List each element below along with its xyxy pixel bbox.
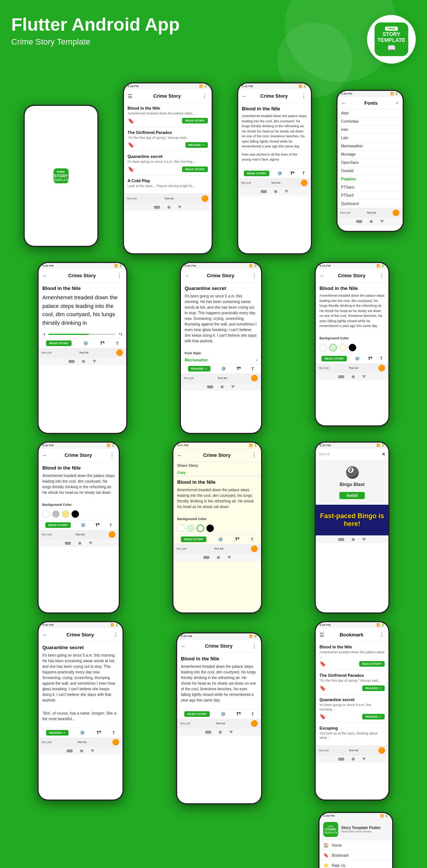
font-size-plus[interactable]: +1 (119, 332, 122, 336)
share-copy[interactable]: Copy (173, 469, 261, 476)
nav-home[interactable] (167, 206, 170, 209)
more-options-icon[interactable]: ⋮ (202, 92, 208, 100)
read-story-btn-detail[interactable]: READ STORY (244, 171, 269, 176)
nav-recent[interactable] (178, 206, 182, 209)
back-arrow-icon[interactable]: ← (242, 93, 247, 99)
hamburger-icon[interactable]: ☰ (128, 93, 133, 99)
slb-color-black[interactable] (72, 510, 79, 518)
font-size-slider[interactable] (48, 334, 116, 335)
font-lato[interactable]: Lato (337, 134, 403, 142)
font-comfortaa[interactable]: Comfortaa (337, 117, 403, 126)
qf-back-icon[interactable]: ← (42, 632, 48, 638)
slb-color-yellow[interactable] (62, 510, 69, 518)
bc-read-btn[interactable]: READ STORY (321, 356, 347, 361)
qr-font-type-icon[interactable]: T (251, 367, 254, 371)
fonts-back-icon[interactable]: ← (341, 100, 346, 106)
bookmark-icon-1[interactable]: 🔖 (128, 118, 134, 124)
bookmark-icon-3[interactable]: 🔖 (128, 166, 134, 172)
qr-back-icon[interactable]: ← (185, 273, 190, 279)
detail-more-icon[interactable]: ⋮ (301, 92, 307, 100)
font-type-icon[interactable]: T (302, 171, 305, 175)
read-story-btn-1[interactable]: READ STORY (182, 118, 208, 123)
nav-recent-d[interactable] (285, 190, 288, 193)
qr-font-size-icon[interactable]: Tᴿ (237, 366, 241, 371)
bm-bookmark-1[interactable]: 🔖 (320, 661, 326, 667)
qf-settings-icon[interactable]: ⚙️ (80, 730, 85, 735)
font-ptsans[interactable]: PTSans (337, 183, 403, 192)
font-poppins[interactable]: Poppins (337, 175, 403, 183)
slb-font-type-icon[interactable]: T (109, 523, 112, 528)
nav-home-d[interactable] (274, 190, 277, 193)
bm-readed-btn-2[interactable]: READED ✓ (362, 685, 385, 691)
sh-settings-icon[interactable]: ⚙️ (218, 537, 223, 542)
nav-back[interactable] (154, 206, 160, 209)
nav-back-d[interactable] (261, 190, 267, 193)
sh-color-white[interactable] (177, 525, 185, 532)
fonts-done-btn[interactable]: ✓ (396, 101, 399, 105)
drawer-item-rate[interactable]: ⭐ Rate Us (320, 861, 392, 868)
font-quicksand[interactable]: Quicksand (337, 200, 403, 208)
bb-read-btn[interactable]: READ STORY (184, 711, 210, 717)
lf-back-icon[interactable]: ← (42, 273, 48, 279)
color-black[interactable] (349, 344, 356, 351)
read-story-btn-3[interactable]: READ STORY (182, 166, 208, 172)
qf-font-size-icon[interactable]: Tᴿ (97, 730, 101, 735)
bm-hamburger-icon[interactable]: ☰ (320, 632, 324, 638)
qf-font-type-icon[interactable]: T (112, 731, 115, 735)
sh-more-icon[interactable]: ⋮ (251, 452, 257, 459)
bm-bookmark-2[interactable]: 🔖 (320, 685, 326, 691)
bb-font-size-icon[interactable]: Tᴿ (236, 712, 241, 716)
bm-bookmark-3[interactable]: 🔖 (320, 713, 326, 719)
slb-color-gray[interactable] (52, 510, 60, 518)
bc-font-size-icon[interactable]: Tᴿ (368, 356, 372, 361)
sh-color-green[interactable] (187, 525, 194, 532)
slb-settings-icon[interactable]: ⚙️ (81, 523, 86, 528)
lf-settings-icon[interactable]: ⚙️ (83, 341, 88, 346)
font-montage[interactable]: Montage (337, 150, 403, 159)
slb-read-btn[interactable]: READ STORY (45, 522, 71, 528)
bc-more-icon[interactable]: ⋮ (379, 272, 385, 279)
bm-read-btn-1[interactable]: READ STORY (359, 661, 385, 667)
drawer-item-bookmark[interactable]: 🔖 Bookmark (320, 850, 392, 861)
font-opensans[interactable]: OpenSans (337, 159, 403, 167)
slb-more-icon[interactable]: ⋮ (109, 452, 115, 459)
qr-settings-icon[interactable]: ⚙️ (221, 366, 226, 371)
bb-back-icon[interactable]: ← (181, 643, 186, 649)
font-size-icon[interactable]: Tᴿ (290, 171, 295, 176)
slb-color-white[interactable] (42, 510, 50, 518)
sh-font-type-icon[interactable]: T (251, 537, 254, 542)
qf-more-icon[interactable]: ⋮ (113, 631, 119, 638)
bb-font-type-icon[interactable]: T (251, 712, 254, 716)
drawer-item-home[interactable]: 🏠 Home (320, 840, 392, 850)
slb-back-icon[interactable]: ← (42, 452, 48, 458)
font-abel[interactable]: Abel (337, 109, 403, 117)
bc-settings-icon[interactable]: ⚙️ (355, 356, 360, 361)
sh-read-btn[interactable]: READ STORY (181, 537, 206, 542)
readed-btn-2[interactable]: READED ✓ (185, 142, 208, 148)
bb-settings-icon[interactable]: ⚙️ (221, 712, 226, 716)
lf-more-icon[interactable]: ⋮ (116, 272, 122, 279)
bc-font-type-icon[interactable]: T (380, 356, 383, 361)
bm-more-icon[interactable]: ⋮ (379, 631, 385, 638)
slb-font-size-icon[interactable]: Tᴿ (96, 523, 100, 528)
font-merriweather[interactable]: Merriweather (337, 142, 403, 150)
bc-back-icon[interactable]: ← (320, 273, 325, 279)
lf-read-btn[interactable]: READ STORY (46, 340, 72, 346)
ad-close-icon[interactable]: ✕ (382, 452, 385, 457)
qr-readed-btn[interactable]: READED ✓ (188, 366, 211, 372)
sh-color-cream[interactable] (197, 525, 204, 532)
color-cream[interactable] (339, 344, 346, 351)
font-size-minus[interactable]: -1 (42, 332, 45, 336)
font-oswald[interactable]: Oswald (337, 167, 403, 175)
qf-readed-btn[interactable]: READED ✓ (46, 730, 69, 736)
sh-back-icon[interactable]: ← (177, 452, 182, 458)
qr-more-icon[interactable]: ⋮ (251, 272, 257, 279)
lf-font-type-icon[interactable]: T (116, 341, 119, 346)
color-green[interactable] (329, 344, 337, 351)
font-inter[interactable]: Inter (337, 126, 403, 134)
font-ptserif[interactable]: PTSerif (337, 192, 403, 200)
sh-font-size-icon[interactable]: Tᴿ (235, 537, 239, 542)
bookmark-icon-2[interactable]: 🔖 (128, 142, 134, 148)
bm-readed-btn-3[interactable]: READED ✓ (362, 714, 385, 719)
bb-more-icon[interactable]: ⋮ (251, 642, 257, 650)
